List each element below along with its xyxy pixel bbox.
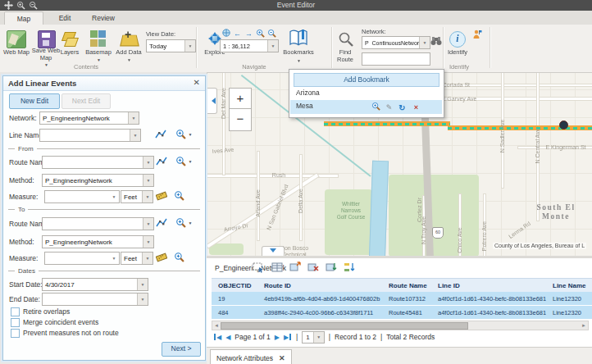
zoom-to-line-icon[interactable]: ▼ [175,129,192,141]
dropdown-button[interactable] [137,293,148,305]
last-page-button[interactable]: ▶ [284,334,292,341]
tab-network-attributes[interactable]: Network Attributes ✕ [210,349,292,364]
network-field[interactable]: P_EngineeringNetwork [39,111,139,125]
add-data-button[interactable] [120,30,138,47]
dropdown-button[interactable] [143,236,153,248]
to-route-name-field[interactable] [42,217,154,230]
dropdown-button[interactable] [109,253,119,264]
zoom-out-map-icon[interactable] [266,29,277,39]
scroll-right-icon[interactable]: ► [581,322,586,329]
dropdown-button[interactable] [313,332,324,343]
bookmark-item[interactable]: Arizona [290,87,442,99]
dropdown-button[interactable] [142,253,153,264]
basemap-button[interactable] [90,30,107,47]
sort-icon[interactable] [344,262,357,274]
table-row[interactable]: 19 4eb9419b-af6b-4d04-ab69-1d400476802b … [212,292,592,306]
zoom-in-map-icon[interactable] [255,29,266,39]
from-route-name-field[interactable] [42,156,154,169]
full-extent-icon[interactable] [221,29,231,39]
prevent-measures-checkbox[interactable] [11,329,20,338]
dropdown-button[interactable] [143,218,153,230]
column-header[interactable]: Line Name [546,282,592,289]
next-extent-icon[interactable]: → [244,29,254,39]
clear-selection-icon[interactable] [307,262,321,274]
first-page-button[interactable]: ◀ [213,334,221,341]
bookmarks-button[interactable] [289,29,308,50]
scroll-left-icon[interactable]: ◄ [214,322,219,329]
zoom-to-bookmark-icon[interactable] [371,102,381,115]
identify-person-icon[interactable] [472,30,482,41]
end-date-field[interactable] [42,293,148,306]
save-web-map-button[interactable] [38,30,56,48]
dropdown-button[interactable] [142,191,153,202]
collapse-panel-button[interactable] [207,88,217,114]
previous-page-button[interactable]: ◀ [225,334,230,341]
horizontal-scrollbar[interactable]: ◄ ► [212,321,589,330]
tab-edit[interactable]: Edit [48,11,82,25]
next-edit-button[interactable]: Next Edit [61,93,111,109]
scrollbar-thumb[interactable] [221,322,468,330]
select-route-on-map-icon[interactable] [156,156,167,169]
to-measure-field[interactable] [44,252,120,265]
dropdown-button[interactable] [143,175,153,186]
dropdown-button[interactable] [137,279,148,290]
close-tab-icon[interactable]: ✕ [279,354,285,362]
tab-map[interactable]: Map [4,11,43,25]
from-measure-field[interactable] [44,190,120,203]
to-unit-field[interactable]: Feet [121,252,153,265]
select-route-on-map-icon[interactable] [156,217,167,230]
view-date-combobox[interactable]: Today [146,39,196,52]
line-name-field[interactable] [39,129,141,142]
add-bookmark-button[interactable]: Add Bookmark [294,73,439,87]
close-icon[interactable]: ✕ [194,78,200,87]
switch-selection-icon[interactable] [326,262,339,274]
binoculars-icon[interactable] [430,36,442,48]
layers-button[interactable] [62,30,77,47]
edit-bookmark-icon[interactable]: ✎ [384,102,394,114]
map-zoom-out-button[interactable]: − [229,108,252,131]
select-line-on-map-icon[interactable] [155,129,166,142]
zoom-to-selection-icon[interactable] [289,262,303,274]
delete-bookmark-icon[interactable]: × [411,102,421,114]
network-combobox[interactable]: P_ContinuousNetwork [362,36,430,49]
dropdown-button[interactable] [128,112,139,124]
measure-ruler-icon[interactable] [156,252,167,265]
show-selected-records-icon[interactable] [271,262,285,274]
column-header[interactable]: Line ID [431,282,546,289]
dropdown-button[interactable] [419,37,430,48]
measure-zoom-icon[interactable] [174,252,184,264]
select-features-icon[interactable] [253,262,266,274]
page-select[interactable]: 1 [302,331,324,344]
dropdown-button[interactable] [109,191,119,202]
previous-extent-icon[interactable]: ← [232,29,243,39]
from-unit-field[interactable]: Feet [121,190,153,203]
column-header[interactable]: Route Name [382,282,431,289]
map-scale-combobox[interactable]: 1 : 36,112 [220,39,279,52]
merge-coincident-checkbox[interactable] [11,318,20,327]
find-route-button[interactable] [338,31,354,49]
from-method-field[interactable]: P_EngineeringNetwork [42,174,154,187]
dropdown-button[interactable] [184,40,195,52]
dropdown-button[interactable] [130,130,140,141]
tab-review[interactable]: Review [84,11,122,25]
start-date-field[interactable]: 4/30/2017 [42,278,148,291]
next-button[interactable]: Next > [162,342,201,357]
dropdown-button[interactable] [267,40,278,52]
zoom-to-route-icon[interactable]: ▼ [175,156,192,168]
retire-overlaps-checkbox[interactable] [11,307,20,316]
measure-ruler-icon[interactable] [156,190,167,203]
to-method-field[interactable]: P_EngineeringNetwork [42,235,154,248]
measure-zoom-icon[interactable] [174,190,184,202]
new-edit-button[interactable]: New Edit [9,93,60,109]
bookmark-item-selected[interactable]: Mesa ✎ ↻ × [290,100,442,114]
dropdown-button[interactable] [143,157,153,168]
zoom-to-route-icon[interactable]: ▼ [175,217,192,230]
refresh-bookmark-icon[interactable]: ↻ [397,102,408,114]
table-row[interactable]: 484 a398ff4c-2940-4c00-96b6-c6343f8f1711… [212,306,592,320]
next-page-button[interactable]: ▶ [275,334,280,341]
column-header[interactable]: Route ID [257,282,382,289]
web-map-button[interactable] [7,30,26,48]
identify-button[interactable]: i [449,31,466,48]
column-header[interactable]: OBJECTID [212,282,257,289]
route-input[interactable] [362,52,430,66]
